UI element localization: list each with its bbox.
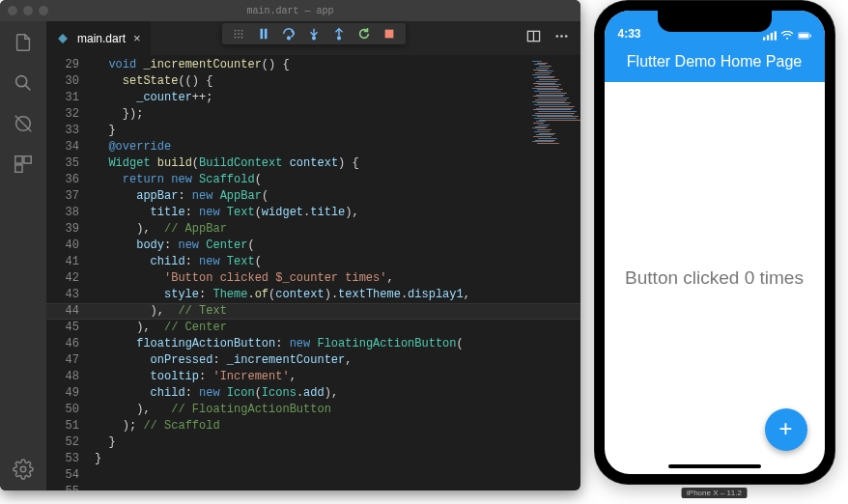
svg-point-10 [238,30,240,32]
body-counter-text: Button clicked 0 times [625,267,804,289]
debug-icon[interactable] [12,112,35,135]
signal-icon [763,31,777,41]
svg-point-7 [20,466,26,472]
svg-point-28 [556,35,559,38]
svg-point-16 [238,37,240,39]
restart-icon[interactable] [357,27,371,41]
phone-screen: 4:33 Flutter Demo Home Page Button click… [605,11,825,474]
pause-icon[interactable] [257,27,270,41]
svg-rect-4 [15,156,22,163]
svg-point-22 [312,37,315,40]
dart-file-icon [56,32,70,45]
wifi-icon [780,31,794,41]
svg-point-20 [287,37,290,40]
svg-point-30 [565,35,568,38]
svg-point-9 [234,30,236,32]
svg-point-24 [337,37,340,40]
svg-rect-8 [58,34,68,43]
code-content[interactable]: void _incrementCounter() { setState(() {… [95,55,580,490]
cursor-line-highlight [46,303,580,320]
svg-point-12 [234,33,236,35]
svg-rect-33 [770,33,772,41]
minimize-dot[interactable] [23,6,33,15]
svg-point-15 [234,37,236,39]
battery-icon [798,31,811,41]
statusbar-right [763,31,811,41]
svg-rect-32 [766,35,768,40]
simulator-label: iPhone X – 11.2 [681,488,748,498]
iphone-frame: 4:33 Flutter Demo Home Page Button click… [595,1,834,484]
svg-rect-6 [15,165,22,172]
svg-rect-31 [763,38,765,41]
settings-gear-icon[interactable] [12,458,35,481]
more-icon[interactable] [554,29,569,48]
step-out-icon[interactable] [332,27,346,41]
search-icon[interactable] [12,71,35,95]
stop-icon[interactable] [382,27,396,41]
svg-point-0 [16,76,27,87]
app-bar: Flutter Demo Home Page [605,42,825,82]
fab-add-button[interactable]: + [765,408,807,451]
window-titlebar[interactable]: main.dart — app [0,0,580,21]
step-into-icon[interactable] [307,27,321,41]
svg-rect-36 [799,34,808,39]
svg-point-17 [240,37,242,39]
svg-rect-37 [809,35,810,38]
minimap[interactable] [530,59,579,146]
svg-rect-19 [264,29,267,40]
svg-point-14 [240,33,242,35]
code-editor[interactable]: 29 30 31 32 33 34 35 36 37 38 39 40 41 4… [46,55,580,490]
activity-bar [0,21,46,490]
svg-point-29 [560,35,563,38]
debug-toolbar[interactable] [222,23,406,44]
tab-close-icon[interactable]: × [133,31,141,45]
tabbar-actions [526,21,580,55]
svg-rect-25 [384,30,393,39]
step-over-icon[interactable] [282,27,296,41]
plus-icon: + [778,417,792,443]
line-gutter: 29 30 31 32 33 34 35 36 37 38 39 40 41 4… [46,55,95,490]
phone-notch [658,11,772,32]
zoom-dot[interactable] [39,6,48,15]
explorer-icon[interactable] [12,31,35,54]
app-bar-title: Flutter Demo Home Page [627,53,802,70]
close-dot[interactable] [8,6,17,15]
svg-point-11 [240,30,242,32]
window-title: main.dart — app [246,6,333,16]
svg-line-3 [15,116,32,132]
vscode-body: main.dart × [0,21,580,490]
home-indicator[interactable] [668,464,761,468]
svg-rect-18 [260,29,263,40]
statusbar-time: 4:33 [618,27,641,41]
grip-icon[interactable] [232,27,245,41]
window-traffic-lights[interactable] [8,6,48,15]
svg-point-13 [238,33,240,35]
tab-main-dart[interactable]: main.dart × [46,21,151,55]
svg-line-1 [25,85,30,90]
svg-rect-5 [24,156,31,163]
vscode-window: main.dart — app [0,0,580,490]
extensions-icon[interactable] [12,153,35,176]
simulator-pane: 4:33 Flutter Demo Home Page Button click… [580,0,848,504]
editor-tabbar: main.dart × [46,21,580,55]
split-editor-icon[interactable] [526,29,541,48]
editor-area: main.dart × [46,21,580,490]
svg-rect-34 [774,31,776,40]
tab-label: main.dart [77,32,126,45]
